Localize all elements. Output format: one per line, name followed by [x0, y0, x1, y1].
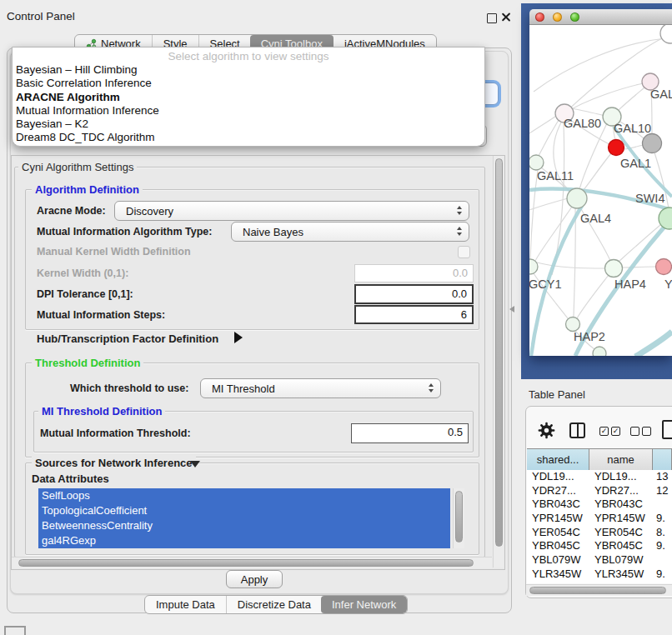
attributes-list-scrollbar[interactable] [453, 488, 464, 548]
cell-value [653, 553, 672, 568]
settings-vertical-scrollbar[interactable] [493, 156, 504, 568]
which-threshold-select[interactable]: MI Threshold [200, 378, 441, 398]
node-swi4[interactable] [659, 208, 672, 229]
tab-discretize-data[interactable]: Discretize Data [226, 596, 322, 613]
table-row[interactable]: YBL079W YBL079W [527, 553, 672, 568]
node-pink[interactable] [656, 259, 672, 275]
cell-shared-name: YBR043C [527, 498, 589, 512]
tab-impute-data[interactable]: Impute Data [145, 596, 226, 613]
mi-algorithm-type-select[interactable]: Naive Bayes [231, 222, 469, 242]
which-threshold-label: Which threshold to use: [70, 382, 188, 394]
deselect-all-columns-icon[interactable] [630, 427, 651, 436]
network-window-titlebar[interactable] [529, 9, 672, 25]
table-horizontal-scrollbar[interactable] [526, 584, 672, 596]
minimized-panel-icon[interactable] [4, 626, 26, 635]
select-all-columns-icon[interactable]: ✓ ✓ [599, 427, 620, 436]
dropdown-item[interactable]: Basic Correlation Inference [16, 77, 481, 90]
cell-value: 9. [653, 568, 672, 582]
node-gal4[interactable] [567, 188, 587, 208]
attribute-item[interactable]: TopologicalCoefficient [38, 503, 450, 518]
export-table-icon[interactable] [662, 420, 672, 439]
cell-shared-name: YJL052C [527, 582, 589, 584]
table-row[interactable]: YJL052C YJL052C 9 [527, 582, 672, 584]
table-row[interactable]: YDL19... YDL19... 13 [527, 470, 672, 484]
table-settings-gear-icon[interactable] [538, 422, 555, 442]
dropdown-item[interactable]: Bayesian – Hill Climbing [16, 63, 481, 77]
column-header-name[interactable]: name [589, 449, 653, 470]
control-panel-title: Control Panel [7, 10, 75, 22]
node-hap2[interactable] [566, 318, 580, 332]
combo-arrows-icon [457, 227, 462, 236]
cell-name: YBL079W [589, 553, 653, 568]
table-row[interactable]: YLR345W YLR345W 9. [527, 568, 672, 582]
node-hap4[interactable] [605, 260, 623, 278]
scrollbar-thumb[interactable] [529, 587, 666, 594]
panel-resize-handle[interactable] [509, 306, 514, 312]
algorithm-dropdown-popup: Select algorithm to view settings Bayesi… [12, 47, 485, 147]
collapse-arrow-icon[interactable] [190, 461, 200, 468]
node-label: GAL11 [537, 169, 574, 182]
table-row[interactable]: YBR043C YBR043C [527, 498, 672, 512]
network-canvas[interactable]: GAL GAL80 GAL10 GAL1 GAL11 SWI4 GAL4 GCY… [529, 25, 672, 356]
network-graph: GAL GAL80 GAL10 GAL1 GAL11 SWI4 GAL4 GCY… [529, 25, 672, 356]
table-row[interactable]: YBR045C YBR045C 9. [527, 539, 672, 553]
cell-value: 9. [653, 512, 672, 526]
mi-steps-field[interactable]: 6 [354, 305, 474, 324]
close-panel-icon[interactable] [500, 12, 511, 22]
float-panel-icon[interactable] [487, 13, 497, 23]
node-gcy1[interactable] [529, 259, 538, 274]
cyni-settings-group-title: Cyni Algorithm Settings [18, 161, 137, 173]
sources-group-title: Sources for Network Inference [32, 457, 196, 469]
cell-name: YJL052C [589, 582, 653, 584]
kernel-width-field[interactable]: 0.0 [354, 264, 474, 282]
dropdown-item[interactable]: Mutual Information Inference [16, 104, 481, 118]
data-attributes-list: SelfLoops TopologicalCoefficient Between… [38, 488, 450, 548]
dropdown-item[interactable]: Bayesian – K2 [16, 118, 481, 131]
cell-value: 12 [653, 484, 672, 498]
zoom-window-icon[interactable] [570, 12, 579, 22]
node-partial-bottom[interactable] [593, 347, 606, 356]
cell-shared-name: YLR345W [527, 568, 589, 582]
dropdown-item[interactable]: Dream8 DC_TDC Algorithm [16, 131, 481, 144]
table-row[interactable]: YPR145W YPR145W 9. [527, 512, 672, 526]
cell-shared-name: YDL19... [527, 470, 589, 484]
cell-value [653, 498, 672, 512]
node-label: GAL [650, 88, 672, 101]
scrollbar-thumb[interactable] [455, 491, 463, 542]
attribute-item[interactable]: SelfLoops [38, 488, 450, 503]
node-gal11[interactable] [529, 155, 544, 170]
expand-arrow-icon[interactable] [234, 332, 243, 343]
aracne-mode-select[interactable]: Discovery [114, 201, 469, 221]
node-gal1[interactable] [609, 140, 624, 156]
close-window-icon[interactable] [535, 12, 544, 22]
cell-name: YLR345W [589, 568, 653, 582]
attribute-item[interactable]: gal4RGexp [38, 533, 450, 548]
node-gray[interactable] [643, 134, 662, 153]
column-header-shared-name[interactable]: shared... [527, 449, 589, 470]
hub-definition-label: Hub/Transcription Factor Definition [37, 332, 218, 345]
node-label: GAL1 [620, 157, 651, 170]
mi-threshold-field[interactable]: 0.5 [351, 423, 469, 443]
combo-value: Discovery [126, 205, 173, 218]
dpi-tolerance-field[interactable]: 0.0 [354, 284, 474, 304]
node-partial-top[interactable] [660, 25, 672, 43]
node-label: GAL80 [564, 117, 601, 130]
scrollbar-thumb[interactable] [18, 559, 474, 567]
manual-kernel-width-checkbox[interactable] [458, 246, 470, 258]
minimize-window-icon[interactable] [553, 12, 562, 22]
dropdown-item-selected[interactable]: ARACNE Algorithm [16, 91, 481, 104]
tab-infer-network[interactable]: Infer Network [321, 596, 407, 613]
table-row[interactable]: YDR27... YDR27... 12 [527, 484, 672, 498]
table-row[interactable]: YER054C YER054C 8. [527, 526, 672, 540]
table-header-row: shared... name [527, 448, 672, 471]
cell-shared-name: YBR045C [527, 539, 589, 553]
cell-value: 9 [653, 582, 672, 584]
show-columns-icon[interactable] [569, 422, 585, 438]
attribute-item[interactable]: BetweennessCentrality [38, 518, 450, 533]
table-body: YDL19... YDL19... 13 YDR27... YDR27... 1… [527, 470, 672, 583]
settings-horizontal-scrollbar[interactable] [12, 557, 492, 568]
apply-button[interactable]: Apply [226, 570, 283, 588]
tab-label: Discretize Data [238, 598, 311, 611]
scrollbar-thumb[interactable] [495, 158, 503, 547]
column-header-partial[interactable] [653, 449, 672, 470]
